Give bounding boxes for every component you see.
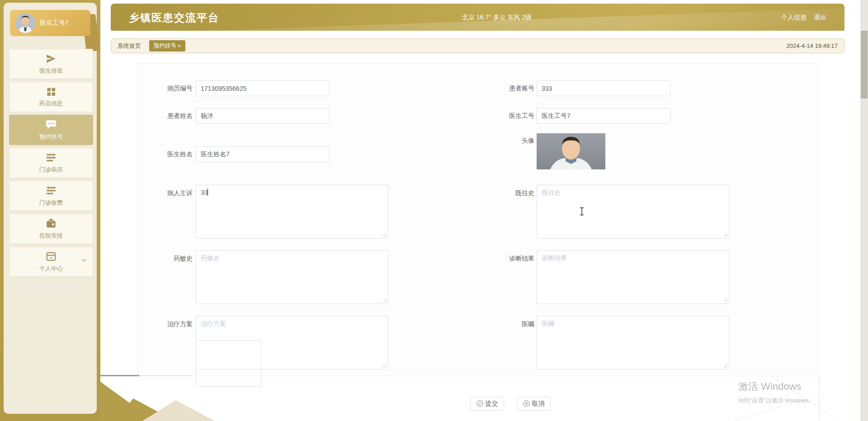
treatment-textarea[interactable] — [196, 316, 388, 370]
deco-gold-triangle-2 — [117, 398, 175, 421]
doctor-no-label: 医生工号 — [480, 108, 534, 124]
doctor-name-input[interactable] — [196, 146, 330, 162]
check-circle-icon — [476, 400, 483, 407]
sidebar-item-label: 药品信息 — [39, 99, 63, 108]
tab-appointment-active[interactable]: 预约挂号 × — [149, 40, 185, 51]
sidebar: 医生工号7 医生排班 药品信息 预约挂号 — [4, 3, 97, 414]
list-arrow-right-icon — [45, 152, 57, 164]
resize-grip-icon[interactable] — [382, 364, 387, 368]
appointment-form-panel: 病历编号 患者账号 患者姓名 医生工号 医生姓名 头像 病人主诉 33 — [138, 63, 818, 376]
tab-bar: 系统首页 预约挂号 × 2024-4-14 19:49:17 — [111, 38, 844, 53]
sidebar-item-label: 个人中心 — [39, 265, 63, 273]
list-arrow-left-icon — [45, 185, 57, 196]
account-card-icon — [45, 251, 57, 262]
chevron-down-icon[interactable] — [81, 259, 86, 262]
doctor-no-input[interactable] — [537, 108, 670, 124]
scrollbar-thumb[interactable] — [861, 31, 868, 98]
sidebar-item-doctor-schedule[interactable]: 医生排班 — [9, 49, 93, 79]
sidebar-item-label: 预约挂号 — [39, 133, 63, 141]
sidebar-item-label: 门诊收费 — [39, 199, 63, 207]
chat-bubble-icon — [45, 119, 57, 131]
diagnosis-textarea[interactable] — [537, 250, 729, 304]
app-header: 乡镇医患交流平台 北京 16.7° 多云 东风 2级 个人信息 退出 — [111, 4, 844, 31]
patient-name-label: 患者姓名 — [138, 108, 193, 124]
drug-allergy-textarea[interactable] — [196, 250, 388, 304]
sidebar-item-outpatient-fees[interactable]: 门诊收费 — [9, 181, 93, 211]
chief-complaint-textarea[interactable]: 33 — [196, 185, 388, 239]
resize-grip-icon[interactable] — [723, 298, 728, 303]
app-title: 乡镇医患交流平台 — [129, 11, 219, 25]
sidebar-item-hospitalization[interactable]: 住院安排 — [9, 214, 93, 244]
sidebar-item-drug-info[interactable]: 药品信息 — [9, 82, 93, 112]
sidebar-item-label: 医生排班 — [39, 67, 63, 75]
weather-info: 北京 16.7° 多云 东风 2级 — [462, 14, 532, 22]
deco-diagonal-line-1 — [734, 393, 825, 421]
record-no-label: 病历编号 — [138, 80, 193, 96]
tab-close-icon[interactable]: × — [178, 43, 181, 49]
cancel-button-label: 取消 — [532, 400, 545, 408]
treatment-label: 治疗方案 — [138, 320, 193, 328]
user-card[interactable]: 医生工号7 — [10, 10, 90, 36]
watermark-line1: 激活 Windows — [738, 380, 815, 393]
sidebar-item-outpatient-records[interactable]: 门诊病历 — [9, 148, 93, 178]
doctor-name-label: 医生姓名 — [138, 146, 193, 162]
doctor-advice-textarea[interactable] — [537, 316, 729, 370]
deco-line-dark — [100, 375, 139, 376]
deco-gold-triangle — [100, 382, 155, 421]
sidebar-item-appointment[interactable]: 预约挂号 — [9, 115, 93, 145]
deco-vertical-line — [819, 376, 820, 421]
sidebar-item-personal-center[interactable]: 个人中心 — [9, 247, 93, 277]
tab-label: 预约挂号 — [154, 42, 176, 50]
drug-allergy-label: 药敏史 — [138, 255, 193, 263]
ibeam-cursor — [579, 207, 585, 215]
logout-link[interactable]: 退出 — [814, 14, 826, 22]
deco-beige-triangle — [142, 400, 215, 421]
send-icon — [45, 53, 57, 65]
resize-grip-icon[interactable] — [723, 233, 728, 237]
doctor-name-label: 医生工号7 — [40, 19, 69, 27]
watermark-line2: 转到“设置”以激活 Windows。 — [738, 397, 815, 405]
patient-name-input[interactable] — [196, 108, 330, 124]
wallet-icon — [45, 218, 57, 229]
past-history-label: 既往史 — [480, 189, 534, 197]
submit-button-label: 提交 — [486, 400, 498, 408]
resize-grip-icon[interactable] — [382, 298, 387, 303]
cancel-button[interactable]: 取消 — [517, 397, 551, 411]
grid-icon — [46, 86, 57, 97]
vertical-scrollbar[interactable] — [860, 0, 868, 421]
windows-activation-watermark: 激活 Windows 转到“设置”以激活 Windows。 — [738, 380, 815, 405]
record-no-input[interactable] — [196, 80, 330, 96]
patient-account-input[interactable] — [537, 80, 670, 96]
avatar-label: 头像 — [480, 137, 534, 145]
resize-grip-icon[interactable] — [382, 233, 387, 237]
doctor-avatar — [15, 13, 35, 33]
submit-button[interactable]: 提交 — [470, 397, 504, 411]
past-history-textarea[interactable] — [537, 185, 729, 239]
sidebar-item-label: 住院安排 — [39, 232, 63, 240]
resize-grip-icon[interactable] — [723, 364, 728, 368]
sidebar-menu: 医生排班 药品信息 预约挂号 — [9, 49, 93, 277]
profile-link[interactable]: 个人信息 — [781, 14, 807, 22]
doctor-photo[interactable] — [537, 133, 605, 169]
app-window: 医生工号7 医生排班 药品信息 预约挂号 — [0, 0, 868, 421]
tab-system-home[interactable]: 系统首页 — [118, 42, 141, 50]
deco-diagonal-line-2 — [770, 376, 835, 418]
x-circle-icon — [523, 400, 530, 407]
current-timestamp: 2024-4-14 19:49:17 — [787, 42, 838, 49]
chief-complaint-label: 病人主诉 — [138, 189, 193, 197]
header-nav: 个人信息 退出 — [781, 14, 826, 22]
patient-account-label: 患者账号 — [480, 80, 534, 96]
diagnosis-label: 诊断结果 — [480, 255, 534, 263]
doctor-advice-label: 医嘱 — [480, 320, 534, 328]
sidebar-item-label: 门诊病历 — [39, 166, 63, 174]
text-caret — [208, 188, 208, 196]
